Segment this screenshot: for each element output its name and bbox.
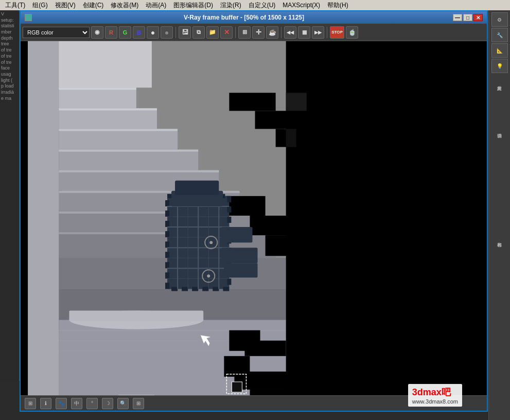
log-line-14: irradià [1,90,18,96]
log-line-1: V [1,11,18,18]
watermark-title: 3dmax吧 [412,386,458,398]
svg-rect-27 [69,311,203,321]
svg-rect-5 [59,87,136,90]
log-line-9: of tre [1,60,18,66]
toolbar-separator-1 [175,27,176,38]
svg-rect-13 [59,170,219,172]
statusbar-icon-paw[interactable]: 🐾 [56,398,67,409]
log-line-2: setup: [1,18,18,24]
log-line-4: mber [1,29,18,36]
log-line-11: usag [1,72,18,78]
menu-render[interactable]: 渲染(R) [217,1,244,10]
svg-rect-67 [232,382,242,392]
statusbar-icon-moon[interactable]: ☽ [102,398,113,409]
svg-rect-34 [250,216,291,235]
svg-point-59 [207,274,210,277]
color-wheel-button[interactable]: ◉ [91,26,103,39]
svg-rect-61 [221,248,257,263]
svg-rect-70 [286,129,296,147]
vray-frame-buffer-window: V-Ray frame buffer - [50% of 1500 x 1125… [20,10,488,412]
color-picker-button[interactable]: ☕ [266,26,278,39]
right-side-panel: ⚙ 🔧 📐 💡 对象类 自动调 名称和 [488,10,510,420]
statusbar-icon-lang[interactable]: 中 [71,398,82,409]
stop-render-button[interactable]: STOP [330,26,344,39]
minimize-button[interactable]: — [453,14,462,21]
log-line-7: of tre [1,47,18,54]
clear-image-button[interactable]: ✕ [220,26,233,39]
right-icon-3[interactable]: 📐 [491,43,508,58]
menu-help[interactable]: 帮助(H) [324,1,351,10]
log-line-12: light ( [1,78,18,84]
svg-rect-40 [250,390,291,395]
pan-button[interactable]: ✛ [252,26,265,39]
toolbar-separator-3 [281,27,282,38]
menu-animation[interactable]: 动画(A) [143,1,169,10]
sphere1-button[interactable]: ● [147,26,159,39]
svg-rect-62 [224,263,257,277]
log-line-10: face [1,65,18,72]
next-frame-button[interactable]: ▶▶ [312,26,324,39]
sphere2-button[interactable]: ● [161,26,173,39]
statusbar-icon-grid[interactable]: ⊞ [25,398,36,409]
log-line-5: depth [1,36,18,42]
menu-group[interactable]: 组(G) [29,1,50,10]
log-line-3: statisti [1,23,18,29]
toolbar-separator-4 [327,27,327,38]
svg-rect-64 [175,181,219,195]
watermark-url: www.3dmax8.com [412,398,458,405]
green-channel-button[interactable]: G [119,26,131,39]
statusbar-icon-grid2[interactable]: ⊞ [133,398,144,409]
log-line-13: p load [1,83,18,90]
menu-bar: 工具(T) 组(G) 视图(V) 创建(C) 修改器(M) 动画(A) 图形编辑… [0,0,510,10]
svg-rect-37 [244,341,286,356]
menu-tools[interactable]: 工具(T) [2,1,28,10]
render-canvas[interactable] [21,41,487,395]
svg-rect-6 [59,108,157,129]
statusbar-icon-angle[interactable]: ° [86,398,98,409]
svg-rect-3 [28,41,59,395]
prev-frame-button[interactable]: ◀◀ [284,26,296,39]
menu-view[interactable]: 视图(V) [52,1,79,10]
svg-rect-8 [59,129,178,149]
red-channel-button[interactable]: R [105,26,117,39]
statusbar-icon-search[interactable]: 🔍 [117,398,129,409]
right-icon-1[interactable]: ⚙ [491,12,508,27]
open-image-button[interactable]: 📁 [206,26,219,39]
svg-rect-60 [221,227,252,242]
svg-rect-11 [59,150,198,152]
svg-rect-69 [286,93,307,111]
toolbar-separator-2 [235,27,236,38]
menu-maxscript[interactable]: MAXScript(X) [279,1,323,9]
window-title: V-Ray frame buffer - [50% of 1500 x 1125… [35,14,453,21]
log-line-15: e ma [1,96,18,102]
menu-graph-editor[interactable]: 图形编辑器(D) [170,1,216,10]
window-icon [25,14,32,21]
watermark: 3dmax吧 www.3dmax8.com [408,384,462,407]
window-controls: — □ ✕ [453,14,483,21]
maximize-button[interactable]: □ [463,14,472,21]
teapot-button[interactable]: 🍵 [346,26,358,39]
svg-rect-29 [118,395,154,395]
svg-rect-4 [59,87,136,108]
svg-rect-31 [255,111,291,129]
render-scene-svg [21,41,487,395]
svg-rect-68 [286,41,480,395]
right-icon-2[interactable]: 🔧 [491,28,508,42]
color-mode-dropdown[interactable]: RGB color Alpha Red Green Blue [23,27,90,38]
region-button[interactable]: ⊞ [238,26,251,39]
copy-image-button[interactable]: ⧉ [192,26,205,39]
close-button[interactable]: ✕ [473,14,483,21]
statusbar-icon-info[interactable]: ℹ [40,398,51,409]
menu-create[interactable]: 创建(C) [80,1,107,10]
save-image-button[interactable]: 🖫 [179,26,191,39]
menu-customize[interactable]: 自定义(U) [245,1,279,10]
blue-channel-button[interactable]: B [133,26,145,39]
vray-toolbar: RGB color Alpha Red Green Blue ◉ R G B ●… [21,24,487,41]
menu-modifier[interactable]: 修改器(M) [108,1,142,10]
svg-rect-7 [59,108,157,110]
log-line-8: of tre [1,54,18,60]
log-line-6: tree [1,41,18,47]
history-button[interactable]: ▦ [298,26,310,39]
right-icon-4[interactable]: 💡 [491,59,508,73]
vray-titlebar[interactable]: V-Ray frame buffer - [50% of 1500 x 1125… [21,11,487,24]
